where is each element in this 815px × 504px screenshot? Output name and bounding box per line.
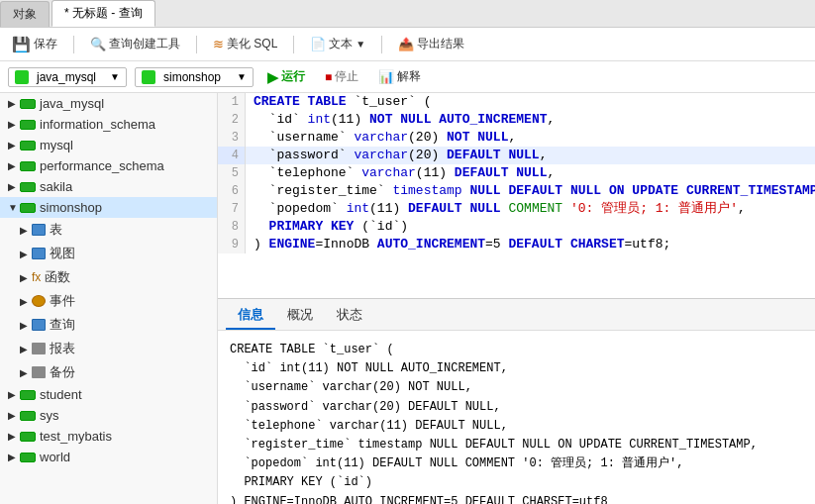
db-icon	[20, 203, 36, 213]
result-sql-text: CREATE TABLE `t_user` ( `id` int(11) NOT…	[230, 341, 803, 504]
app-container: 对象 * 无标题 - 查询 💾 保存 🔍 查询创建工具 ≋ 美化 SQL 📄 文…	[0, 0, 815, 504]
sidebar-item-performance_schema[interactable]: ▶ performance_schema	[0, 155, 217, 176]
sidebar-item-mysql[interactable]: ▶ mysql	[0, 135, 217, 155]
sidebar-item-simonshop[interactable]: ▼ simonshop	[0, 197, 217, 218]
results-content: CREATE TABLE `t_user` ( `id` int(11) NOT…	[218, 331, 815, 504]
table-icon	[32, 224, 46, 236]
beautify-button[interactable]: ≋ 美化 SQL	[209, 34, 281, 54]
save-button[interactable]: 💾 保存	[8, 34, 61, 55]
expand-icon: ▶	[8, 389, 20, 400]
query-tool-icon: 🔍	[90, 37, 106, 51]
tab-status[interactable]: 状态	[325, 302, 374, 330]
db1-icon	[15, 70, 29, 84]
sql-line-3: 3 `username` varchar(20) NOT NULL,	[218, 129, 815, 147]
db-icon	[20, 141, 36, 151]
sql-line-7: 7 `popedom` int(11) DEFAULT NULL COMMENT…	[218, 200, 815, 218]
view-icon	[32, 248, 46, 259]
sidebar-item-test_mybatis[interactable]: ▶ test_mybatis	[0, 426, 217, 447]
sidebar-item-events[interactable]: ▶ 事件	[0, 289, 217, 313]
sidebar-item-world[interactable]: ▶ world	[0, 447, 217, 467]
db2-icon	[142, 70, 155, 84]
text-button[interactable]: 📄 文本 ▼	[306, 34, 369, 54]
sidebar-item-student[interactable]: ▶ student	[0, 384, 217, 405]
expand-icon: ▶	[8, 181, 20, 192]
expand-icon: ▶	[20, 344, 32, 354]
db2-selector[interactable]: simonshop ▼	[135, 67, 254, 87]
text-dropdown-icon: ▼	[356, 39, 365, 50]
collapse-icon: ▼	[8, 202, 20, 213]
sql-editor[interactable]: 1 CREATE TABLE `t_user` ( 2 `id` int(11)…	[218, 93, 815, 299]
export-icon: 📤	[398, 37, 414, 51]
expand-icon: ▶	[8, 452, 20, 462]
sql-line-9: 9 ) ENGINE=InnoDB AUTO_INCREMENT=5 DEFAU…	[218, 236, 815, 253]
db-icon	[20, 411, 36, 421]
sidebar-item-queries[interactable]: ▶ 查询	[0, 313, 217, 337]
db2-dropdown-icon: ▼	[237, 71, 247, 82]
toolbar1: 💾 保存 🔍 查询创建工具 ≋ 美化 SQL 📄 文本 ▼ 📤 导出结果	[0, 28, 815, 61]
expand-icon: ▶	[8, 98, 20, 109]
sidebar-item-java_mysql[interactable]: ▶ java_mysql	[0, 93, 217, 114]
expand-icon: ▶	[20, 272, 32, 283]
expand-icon: ▶	[8, 119, 20, 130]
sql-line-8: 8 PRIMARY KEY (`id`)	[218, 218, 815, 236]
query-tool-button[interactable]: 🔍 查询创建工具	[86, 34, 184, 54]
db1-selector[interactable]: java_mysql ▼	[8, 67, 127, 87]
tab-query[interactable]: * 无标题 - 查询	[51, 0, 155, 27]
query-icon	[32, 319, 46, 331]
expand-icon: ▶	[20, 320, 32, 331]
sidebar-item-tables[interactable]: ▶ 表	[0, 218, 217, 242]
sidebar-item-views[interactable]: ▶ 视图	[0, 242, 217, 265]
beautify-icon: ≋	[213, 37, 224, 51]
sql-line-2: 2 `id` int(11) NOT NULL AUTO_INCREMENT,	[218, 111, 815, 129]
sep1	[73, 36, 74, 53]
explain-button[interactable]: 📊 解释	[372, 66, 427, 87]
db1-dropdown-icon: ▼	[110, 71, 120, 82]
explain-icon: 📊	[378, 69, 394, 84]
stop-icon: ■	[325, 70, 332, 84]
tab-objects[interactable]: 对象	[0, 1, 50, 27]
expand-icon: ▶	[8, 431, 20, 442]
sql-line-1: 1 CREATE TABLE `t_user` (	[218, 93, 815, 111]
db-icon	[20, 182, 36, 192]
main-content: ▶ java_mysql ▶ information_schema ▶ mysq…	[0, 93, 815, 504]
db-icon	[20, 453, 36, 462]
sql-line-6: 6 `register_time` timestamp NULL DEFAULT…	[218, 182, 815, 200]
db-icon	[20, 120, 36, 130]
db-icon	[20, 99, 36, 109]
stop-button[interactable]: ■ 停止	[319, 66, 364, 87]
expand-icon: ▶	[20, 225, 32, 236]
expand-icon: ▶	[8, 160, 20, 171]
db-icon	[20, 390, 36, 400]
expand-icon: ▶	[8, 410, 20, 421]
sidebar-item-sakila[interactable]: ▶ sakila	[0, 176, 217, 197]
sql-line-5: 5 `telephone` varchar(11) DEFAULT NULL,	[218, 164, 815, 182]
expand-icon: ▶	[20, 249, 32, 259]
event-icon	[32, 295, 46, 307]
sidebar-item-reports[interactable]: ▶ 报表	[0, 337, 217, 360]
sidebar: ▶ java_mysql ▶ information_schema ▶ mysq…	[0, 93, 218, 504]
export-button[interactable]: 📤 导出结果	[394, 34, 468, 54]
results-panel: 信息 概况 状态 CREATE TABLE `t_user` ( `id` in…	[218, 299, 815, 504]
sep4	[381, 36, 382, 53]
sep2	[196, 36, 197, 53]
sep3	[293, 36, 294, 53]
db-icon	[20, 432, 36, 442]
sidebar-item-information_schema[interactable]: ▶ information_schema	[0, 114, 217, 135]
tab-bar: 对象 * 无标题 - 查询	[0, 0, 815, 28]
db-icon	[20, 161, 36, 171]
tab-overview[interactable]: 概况	[275, 302, 325, 330]
sidebar-item-sys[interactable]: ▶ sys	[0, 405, 217, 426]
right-panel: 1 CREATE TABLE `t_user` ( 2 `id` int(11)…	[218, 93, 815, 504]
run-button[interactable]: ▶ 运行	[261, 66, 311, 87]
backup-icon	[32, 366, 46, 378]
sidebar-item-backups[interactable]: ▶ 备份	[0, 360, 217, 384]
expand-icon: ▶	[20, 296, 32, 307]
run-icon: ▶	[267, 69, 278, 85]
text-icon: 📄	[310, 37, 326, 51]
expand-icon: ▶	[20, 367, 32, 378]
func-icon: fx	[32, 270, 41, 284]
sidebar-item-functions[interactable]: ▶ fx 函数	[0, 265, 217, 289]
results-tabs: 信息 概况 状态	[218, 299, 815, 331]
sql-line-4: 4 `password` varchar(20) DEFAULT NULL,	[218, 147, 815, 164]
tab-info[interactable]: 信息	[226, 302, 275, 330]
